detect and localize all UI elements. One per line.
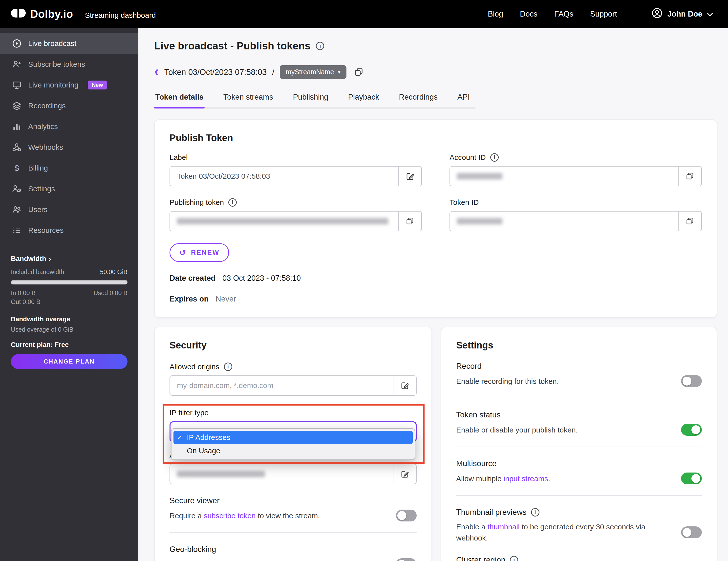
label-input[interactable]: Token 03/Oct/2023 07:58:03: [170, 166, 422, 186]
brand-name: Dolby.io: [30, 8, 73, 20]
tab-publishing[interactable]: Publishing: [292, 89, 329, 108]
main-content: Live broadcast - Publish tokens i ‹ Toke…: [138, 28, 728, 561]
allowed-ip-input[interactable]: [170, 464, 417, 484]
nav-link-faqs[interactable]: FAQs: [554, 10, 574, 19]
dropdown-option-on-usage[interactable]: On Usage: [173, 444, 413, 457]
geo-blocking-toggle[interactable]: [396, 558, 417, 561]
copy-icon[interactable]: [399, 212, 421, 231]
expires-on-value: Never: [216, 295, 236, 303]
sidebar-item-live-broadcast[interactable]: Live broadcast: [0, 33, 138, 54]
sidebar-item-webhooks[interactable]: Webhooks: [0, 137, 138, 158]
info-icon[interactable]: i: [490, 153, 499, 162]
sidebar-item-users[interactable]: Users: [0, 199, 138, 220]
sidebar-item-label: Recordings: [28, 102, 66, 110]
sidebar-item-settings[interactable]: Settings: [0, 178, 138, 199]
back-chevron-icon[interactable]: ‹: [154, 66, 159, 76]
copy-icon[interactable]: [679, 212, 701, 231]
date-created-value: 03 Oct 2023 - 07:58:10: [222, 274, 301, 283]
change-plan-button[interactable]: CHANGE PLAN: [11, 354, 128, 369]
token-id-input[interactable]: [450, 211, 702, 231]
copy-icon[interactable]: [354, 67, 364, 77]
security-title: Security: [170, 340, 417, 351]
tab-api[interactable]: API: [456, 89, 471, 108]
sidebar-item-label: Users: [28, 205, 47, 214]
renew-button[interactable]: ↺ RENEW: [170, 243, 229, 262]
sidebar-item-label: Resources: [28, 226, 64, 235]
sidebar-item-label: Live monitoring: [28, 81, 78, 89]
ip-filter-section: IP filter type ✓ IP Addresses On Usage: [170, 409, 417, 442]
stream-name-label: myStreamName: [286, 68, 334, 76]
webhook-icon: [12, 143, 22, 152]
info-icon[interactable]: i: [510, 556, 518, 561]
dropdown-option-ip-addresses[interactable]: ✓ IP Addresses: [173, 431, 413, 444]
sidebar: Live broadcast Subscribe tokens Live mon…: [0, 28, 138, 561]
breadcrumb: ‹ Token 03/Oct/2023 07:58:03 / myStreamN…: [154, 65, 717, 79]
ip-filter-dropdown: ✓ IP Addresses On Usage: [171, 428, 415, 460]
token-id-label: Token ID: [450, 198, 479, 207]
refresh-icon: ↺: [179, 248, 187, 257]
info-icon[interactable]: i: [224, 363, 232, 371]
date-created-label: Date created: [170, 274, 215, 283]
allowed-origins-input[interactable]: my-domain.com, *.demo.com: [170, 375, 417, 396]
bandwidth-out: Out 0.00 B: [11, 297, 128, 306]
brand[interactable]: Dolby.io: [11, 7, 73, 21]
label-input-value: Token 03/Oct/2023 07:58:03: [170, 167, 398, 186]
label-field-label: Label: [170, 153, 188, 162]
bandwidth-overage-detail: Used overage of 0 GiB: [11, 326, 128, 333]
desc-text: Allow multiple: [456, 475, 504, 483]
sidebar-item-subscribe-tokens[interactable]: Subscribe tokens: [0, 54, 138, 75]
stream-name-dropdown[interactable]: myStreamName ▾: [280, 65, 346, 79]
divider: [456, 447, 702, 447]
sidebar-item-analytics[interactable]: Analytics: [0, 116, 138, 137]
edit-icon[interactable]: [393, 376, 416, 395]
token-status-toggle[interactable]: [681, 424, 702, 436]
tab-recordings[interactable]: Recordings: [398, 89, 439, 108]
tab-token-streams[interactable]: Token streams: [222, 89, 274, 108]
sidebar-item-billing[interactable]: $ Billing: [0, 158, 138, 178]
multisource-toggle[interactable]: [681, 473, 702, 484]
tab-playback[interactable]: Playback: [347, 89, 380, 108]
nav-link-docs[interactable]: Docs: [520, 10, 537, 19]
desc-text: to view the stream.: [256, 512, 320, 520]
record-setting: Record Enable recording for this token.: [456, 362, 702, 387]
thumbnail-previews-setting: Thumbnail previews i Enable a thumbnail …: [456, 508, 702, 543]
info-icon[interactable]: i: [228, 198, 237, 207]
edit-icon[interactable]: [393, 464, 416, 484]
thumbnail-title: Thumbnail previews: [456, 508, 527, 517]
bandwidth-title[interactable]: Bandwidth ›: [11, 255, 128, 263]
account-id-label: Account ID: [450, 153, 486, 162]
secure-viewer-toggle[interactable]: [396, 510, 417, 521]
tab-token-details[interactable]: Token details: [154, 89, 205, 108]
person-gear-icon: [12, 184, 22, 194]
nav-link-support[interactable]: Support: [590, 10, 617, 19]
thumbnail-link[interactable]: thumbnail: [488, 523, 520, 531]
user-menu[interactable]: John Doe: [651, 7, 713, 21]
thumbnail-toggle[interactable]: [681, 526, 702, 538]
sidebar-item-recordings[interactable]: Recordings: [0, 95, 138, 116]
list-icon: [12, 226, 22, 235]
geo-blocking-title: Geo-blocking: [170, 545, 417, 554]
edit-icon[interactable]: [399, 167, 421, 186]
sidebar-item-label: Analytics: [28, 122, 58, 131]
top-navigation: Blog Docs FAQs Support John Doe: [488, 7, 713, 21]
record-toggle[interactable]: [681, 375, 702, 387]
input-streams-link[interactable]: input streams: [504, 475, 548, 483]
included-bandwidth-label: Included bandwidth: [11, 268, 64, 276]
info-icon[interactable]: i: [531, 508, 539, 517]
expires-on-label: Expires on: [170, 295, 209, 303]
sidebar-item-resources[interactable]: Resources: [0, 220, 138, 241]
copy-icon[interactable]: [679, 167, 701, 186]
included-bandwidth-value: 50.00 GiB: [100, 268, 128, 276]
chevron-down-icon: [707, 10, 713, 19]
chevron-down-icon: ▾: [338, 69, 341, 75]
layers-icon: [12, 101, 22, 110]
publishing-token-input[interactable]: [170, 211, 422, 231]
publishing-token-label: Publishing token: [170, 198, 224, 207]
nav-link-blog[interactable]: Blog: [488, 10, 503, 19]
sidebar-item-live-monitoring[interactable]: Live monitoring New: [0, 75, 138, 95]
bandwidth-progress-bar: [11, 280, 128, 284]
account-id-input[interactable]: [450, 166, 702, 186]
subscribe-token-link[interactable]: subscribe token: [204, 512, 256, 520]
app-root: Dolby.io Streaming dashboard Blog Docs F…: [0, 0, 728, 561]
info-icon[interactable]: i: [316, 42, 324, 50]
